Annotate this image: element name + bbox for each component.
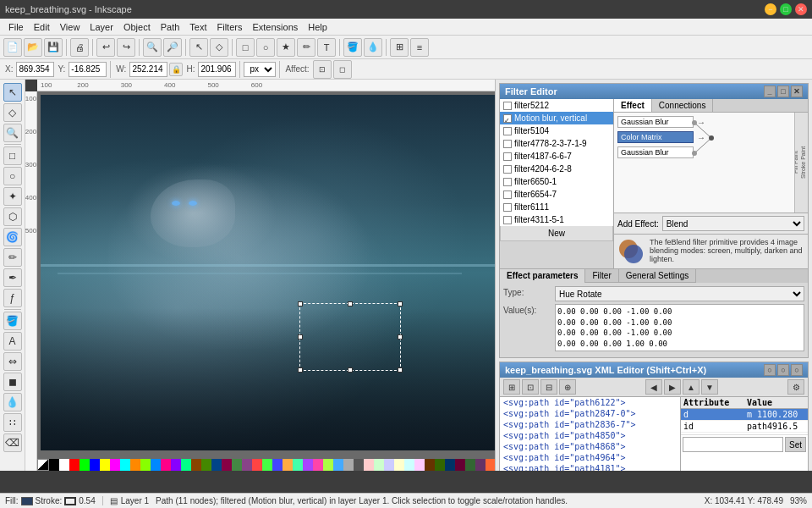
xml-item-path4850[interactable]: <svg:path id="path4850"> — [500, 430, 680, 441]
color-swatch[interactable] — [374, 459, 384, 471]
tool-rect[interactable]: □ — [3, 146, 22, 165]
menu-file[interactable]: File — [3, 21, 29, 33]
color-swatch[interactable] — [252, 459, 262, 471]
menu-view[interactable]: View — [55, 21, 85, 33]
filter-item-4204[interactable]: filter4204-6-2-8 — [500, 163, 613, 175]
color-swatch[interactable] — [151, 459, 161, 471]
xml-next-btn[interactable]: ▶ — [664, 379, 681, 395]
filter-checkbox-4204[interactable] — [503, 165, 512, 174]
node-btn[interactable]: ◇ — [210, 38, 228, 57]
attr-set-button[interactable]: Set — [785, 437, 806, 452]
filter-item-5212[interactable]: filter5212 — [500, 99, 613, 112]
filter-item-6654[interactable]: filter6654-7 — [500, 188, 613, 201]
xml-editor-btn2[interactable]: ○ — [777, 364, 789, 376]
xml-copy-btn[interactable]: ⊕ — [559, 379, 576, 395]
filter-checkbox-4778[interactable] — [503, 140, 512, 148]
color-swatch[interactable] — [191, 459, 201, 471]
color-swatch[interactable] — [272, 459, 283, 471]
xml-attr-row-d[interactable]: d m 1100.280 — [681, 409, 808, 421]
filter-checkbox-6650[interactable] — [503, 178, 512, 186]
color-swatch[interactable] — [69, 459, 80, 471]
xml-item-path2836[interactable]: <svg:path id="path2836-7"> — [500, 419, 680, 430]
tab-effect[interactable]: Effect — [614, 99, 652, 112]
color-swatch[interactable] — [262, 459, 272, 471]
color-swatch[interactable] — [59, 459, 69, 471]
color-swatch[interactable] — [394, 459, 404, 471]
filter-item-4778[interactable]: filter4778-2-3-7-1-9 — [500, 137, 613, 150]
color-swatch[interactable] — [293, 459, 303, 471]
h-input[interactable] — [198, 62, 236, 77]
color-swatch[interactable] — [232, 459, 242, 471]
tab-filter[interactable]: Filter — [585, 269, 618, 283]
tool-eraser[interactable]: ⌫ — [3, 433, 22, 452]
color-swatch[interactable] — [313, 459, 323, 471]
color-swatch[interactable] — [283, 459, 293, 471]
color-swatch[interactable] — [384, 459, 394, 471]
close-button[interactable]: ✕ — [795, 3, 807, 15]
tool-connector[interactable]: ⇔ — [3, 352, 22, 371]
tool-pen[interactable]: ✏ — [3, 248, 22, 267]
tool-zoom[interactable]: 🔍 — [3, 124, 22, 142]
pen-btn[interactable]: ✏ — [297, 38, 315, 57]
affect-stroke-btn[interactable]: ◻ — [333, 60, 352, 79]
circle-btn[interactable]: ○ — [256, 38, 275, 57]
lock-proportions-btn[interactable]: 🔒 — [169, 63, 183, 76]
color-swatch[interactable] — [333, 459, 343, 471]
color-swatch[interactable] — [465, 459, 475, 471]
color-swatch[interactable] — [181, 459, 191, 471]
filter-item-4311[interactable]: filter4311-5-1 — [500, 213, 613, 226]
minimize-button[interactable]: − — [765, 3, 776, 15]
tool-calligraphy[interactable]: ƒ — [3, 289, 22, 307]
xml-item-path6122[interactable]: <svg:path id="path6122"> — [500, 397, 680, 408]
color-swatch[interactable] — [364, 459, 374, 471]
menu-path[interactable]: Path — [156, 21, 185, 33]
effect-color-matrix[interactable]: Color Matrix — [617, 131, 694, 143]
color-swatch[interactable] — [475, 459, 486, 471]
xml-editor-btn3[interactable]: ○ — [791, 364, 803, 376]
filter-editor-close[interactable]: ✕ — [791, 86, 803, 97]
tool-spray[interactable]: ∷ — [3, 413, 22, 432]
color-swatch[interactable] — [140, 459, 151, 471]
color-swatch[interactable] — [445, 459, 455, 471]
color-swatch[interactable] — [455, 459, 465, 471]
filter-checkbox-4187[interactable] — [503, 152, 512, 161]
color-swatch[interactable] — [120, 459, 130, 471]
color-swatch[interactable] — [80, 459, 90, 471]
color-swatch[interactable] — [323, 459, 333, 471]
zoom-in-btn[interactable]: 🔍 — [143, 38, 162, 57]
menu-extensions[interactable]: Extensions — [247, 21, 303, 33]
xml-editor-btn1[interactable]: ○ — [764, 364, 776, 376]
effect-gaussian-blur-2[interactable]: Gaussian Blur — [617, 146, 694, 158]
xml-new-attr-btn[interactable]: ⊡ — [522, 379, 539, 395]
xml-new-element-btn[interactable]: ⊞ — [503, 379, 520, 395]
color-swatch[interactable] — [161, 459, 171, 471]
filter-checkbox-6111[interactable] — [503, 203, 512, 212]
tab-general-settings[interactable]: General Settings — [619, 269, 697, 283]
star-btn[interactable]: ★ — [277, 38, 295, 57]
xml-item-path4868[interactable]: <svg:path id="path4868"> — [500, 441, 680, 452]
canvas-area[interactable] — [37, 91, 495, 471]
xml-item-path4964[interactable]: <svg:path id="path4964"> — [500, 452, 680, 463]
xml-remove-btn[interactable]: ⊟ — [540, 379, 557, 395]
xml-settings-btn[interactable]: ⚙ — [787, 379, 804, 395]
unit-select[interactable]: px mm cm — [244, 62, 276, 77]
add-effect-select[interactable]: Blend Blur Color Matrix Composite — [662, 216, 804, 231]
color-swatch[interactable] — [343, 459, 354, 471]
tool-star[interactable]: ✦ — [3, 187, 22, 206]
fill-color-box[interactable] — [21, 497, 33, 505]
redo-btn[interactable]: ↪ — [117, 38, 135, 57]
text-btn[interactable]: T — [317, 38, 336, 57]
color-swatch[interactable] — [404, 459, 414, 471]
filter-checkbox-6654[interactable] — [503, 190, 512, 199]
menu-object[interactable]: Object — [118, 21, 156, 33]
color-swatch[interactable] — [425, 459, 435, 471]
color-swatch[interactable] — [49, 459, 59, 471]
menu-layer[interactable]: Layer — [85, 21, 118, 33]
color-swatch[interactable] — [201, 459, 211, 471]
tool-eyedropper[interactable]: 💧 — [3, 393, 22, 411]
group-btn[interactable]: ⊞ — [390, 38, 409, 57]
color-swatch[interactable] — [414, 459, 425, 471]
color-swatch[interactable] — [130, 459, 140, 471]
tool-gradient[interactable]: ◼ — [3, 373, 22, 391]
color-swatch[interactable] — [100, 459, 110, 471]
